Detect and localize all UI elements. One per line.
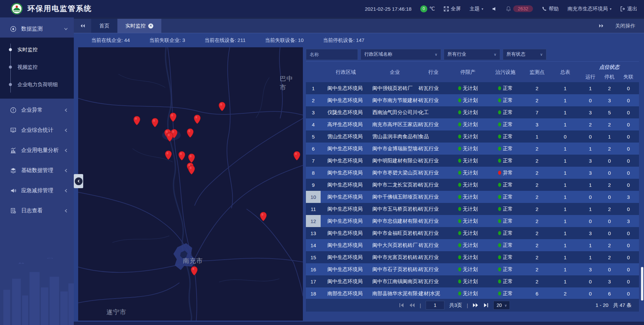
row-company: 阆中市南方节能建材有 (371, 94, 419, 106)
table-row[interactable]: 3 仪陇生态环境局 西南油气田分公司川中 化工 无计划 正常 7 1 3 5 0 (306, 106, 639, 118)
row-running: 1 (580, 179, 601, 191)
map-marker-icon[interactable] (178, 151, 185, 161)
previous-page-button[interactable] (409, 303, 415, 308)
table-row[interactable]: 17 阆中生态环境局 阆中市江南镇阆南页岩 砖瓦行业 无计划 正常 2 1 0 … (306, 275, 639, 287)
theme-dropdown[interactable]: 主题▾ (470, 6, 483, 12)
table-row[interactable]: 2 阆中生态环境局 阆中市南方节能建材有 砖瓦行业 无计划 正常 2 1 0 3… (306, 94, 639, 106)
map-marker-icon[interactable] (194, 114, 201, 124)
help-button[interactable]: 帮助 (542, 6, 559, 12)
status-item: 当前在线设备: 211 (205, 37, 246, 44)
status-dot-icon (498, 122, 501, 126)
sidebar-item-企业用电量分析[interactable]: 企业用电量分析 (0, 142, 74, 159)
table-row[interactable]: 15 阆中生态环境局 阆中市光富页岩机砖厂 砖瓦行业 无计划 正常 2 1 1 … (306, 251, 639, 263)
logout-button[interactable]: 退出 (620, 6, 637, 12)
close-tab-icon[interactable]: ✕ (148, 23, 153, 29)
fullscreen-button[interactable]: 全屏 (444, 6, 461, 12)
table-row[interactable]: 18 南部生态环境局 南部县驰华水泥有限公 建材|水泥 无计划 正常 6 2 0… (306, 287, 639, 299)
table-row[interactable]: 13 阆中生态环境局 阆中市金福旺页岩机砖 砖瓦行业 无计划 正常 2 1 3 … (306, 227, 639, 239)
table-row[interactable]: 7 阆中生态环境局 阆中明阳建材有限公司 砖瓦行业 无计划 正常 2 1 3 0… (306, 155, 639, 167)
close-operations-dropdown[interactable]: 关闭操作 (615, 23, 635, 29)
map-marker-icon[interactable] (166, 132, 173, 142)
sidebar-subitem-视频监控[interactable]: 视频监控 (0, 58, 74, 76)
table-row[interactable]: 12 阆中生态环境局 阆中市忠信建材有限公 砖瓦行业 无计划 正常 2 1 0 … (306, 215, 639, 227)
row-industry: 砖瓦行业 (419, 94, 448, 106)
industry-filter-select[interactable]: 所有行业 ∨ (444, 49, 500, 60)
map-collapse-button[interactable] (74, 174, 83, 188)
map-marker-icon[interactable] (218, 102, 226, 112)
tabs-scroll-left-button[interactable] (74, 19, 91, 33)
last-page-button[interactable] (483, 303, 489, 308)
status-dot-icon (458, 195, 461, 199)
sidebar-item-基础数据管理[interactable]: 基础数据管理 (0, 162, 74, 179)
map-marker-icon[interactable] (260, 212, 267, 222)
table-row[interactable]: 10 阆中生态环境局 阆中千佛镇五郎垭页岩 砖瓦行业 无计划 正常 2 1 0 … (306, 191, 639, 203)
notification-count-badge[interactable]: 2632 (513, 5, 533, 12)
row-facility-status: 正常 (488, 215, 523, 227)
map-marker-icon[interactable] (293, 151, 301, 161)
map[interactable]: 巴中市南充市遂宁市 (78, 47, 303, 321)
map-marker-icon[interactable] (186, 128, 194, 138)
row-limit-status: 无计划 (448, 179, 488, 191)
sidebar-item-企业异常[interactable]: 企业异常 (0, 101, 74, 119)
org-dropdown[interactable]: 南充市生态环境局▾ (568, 6, 611, 12)
region-filter-select[interactable]: 行政区域名称 ∨ (361, 49, 441, 60)
status-filter-select[interactable]: 所有状态 ∨ (503, 49, 546, 60)
temperature-badge: 0 (420, 5, 427, 12)
first-page-button[interactable] (399, 303, 405, 308)
map-marker-icon[interactable] (133, 116, 141, 126)
name-filter-input[interactable] (306, 49, 358, 60)
map-city-label: 南充市 (183, 257, 203, 265)
status-dot-icon (498, 171, 501, 175)
row-limit-status: 无计划 (448, 251, 488, 263)
row-disconnected: 0 (618, 275, 639, 287)
table-row[interactable]: 9 阆中生态环境局 阆中市二龙长宝页岩砖 砖瓦行业 无计划 正常 2 1 1 2… (306, 179, 639, 191)
page-size-select[interactable]: 20 ∨ (493, 301, 510, 310)
sidebar-item-数据监测[interactable]: 数据监测 (0, 20, 74, 38)
table-row[interactable]: 5 营山生态环境局 营山县润丰肉食品有限 食品 无计划 正常 1 0 0 1 0 (306, 130, 639, 143)
row-total-meters: 2 (551, 287, 580, 299)
bell-icon[interactable] (506, 6, 511, 11)
table-row[interactable]: 1 阆中生态环境局 阆中强锐页岩砖厂 砖瓦行业 无计划 正常 2 1 1 2 0 (306, 82, 639, 94)
scrollbar-thumb[interactable] (641, 267, 643, 301)
row-number: 3 (306, 106, 321, 118)
sidebar-subitem-企业电力负荷明细[interactable]: 企业电力负荷明细 (0, 76, 74, 93)
row-running: 3 (580, 227, 601, 239)
sidebar-subitem-实时监控[interactable]: 实时监控 (0, 41, 74, 58)
tab-home[interactable]: 首页 (91, 19, 117, 33)
sidebar-item-应急减排管理[interactable]: 应急减排管理 (0, 182, 74, 199)
row-monitor-points: 1 (523, 130, 551, 143)
row-region: 高坪生态环境局 (321, 118, 371, 130)
table-row[interactable]: 6 阆中生态环境局 阆中市金博瑞新型墙材 砖瓦行业 无计划 正常 2 1 1 2… (306, 143, 639, 155)
sidebar-item-企业综合统计[interactable]: 企业综合统计 (0, 121, 74, 139)
row-number: 18 (306, 287, 321, 299)
map-marker-icon[interactable] (151, 118, 159, 128)
table-row[interactable]: 8 阆中生态环境局 阆中市枣碧大梁山页岩 砖瓦行业 无计划 异常 2 1 3 0… (306, 167, 639, 179)
table-row[interactable]: 14 阆中生态环境局 阆中大兴页岩机砖厂 砖瓦行业 无计划 正常 2 1 1 2… (306, 239, 639, 251)
sidebar-item-日志查看[interactable]: 日志查看 (0, 202, 74, 219)
row-facility-status: 正常 (488, 251, 523, 263)
map-marker-icon[interactable] (191, 266, 198, 276)
table-row[interactable]: 4 高坪生态环境局 南充市高坪区王家店建 砖瓦行业 无计划 正常 3 1 2 2… (306, 118, 639, 130)
next-page-button[interactable] (473, 303, 478, 308)
speaker-icon[interactable] (492, 6, 497, 11)
row-region: 阆中生态环境局 (321, 275, 371, 287)
row-total-meters: 1 (551, 143, 580, 155)
page-number-input[interactable] (426, 301, 444, 310)
map-marker-icon[interactable] (188, 165, 195, 175)
status-dot-icon (498, 183, 501, 187)
row-industry: 砖瓦行业 (419, 215, 448, 227)
map-marker-icon[interactable] (188, 153, 195, 163)
double-chevron-right-icon[interactable] (599, 24, 604, 28)
row-industry: 砖瓦行业 (419, 251, 448, 263)
row-number: 4 (306, 118, 321, 130)
i-monitor (10, 26, 16, 32)
i-horn (10, 187, 16, 194)
table-row[interactable]: 11 阆中生态环境局 阆中市五马桥页岩机砖 砖瓦行业 无计划 正常 2 1 1 … (306, 203, 639, 215)
map-marker-icon[interactable] (169, 112, 177, 122)
tab-realtime-monitoring[interactable]: 实时监控 ✕ (117, 19, 161, 33)
map-marker-icon[interactable] (165, 150, 172, 160)
row-stopped: 0 (601, 227, 618, 239)
col-disconnected: 失联 (618, 71, 639, 83)
table-row[interactable]: 16 阆中生态环境局 阆中市石子页岩机砖厂 砖瓦行业 无计划 正常 2 1 3 … (306, 263, 639, 275)
row-facility-status: 正常 (488, 287, 523, 299)
